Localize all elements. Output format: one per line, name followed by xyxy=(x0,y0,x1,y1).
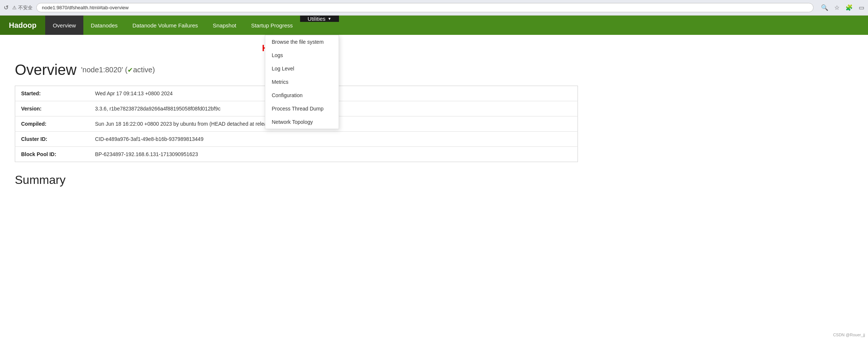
sidebar-icon[interactable]: ▭ xyxy=(859,4,864,11)
nav-item-overview[interactable]: Overview xyxy=(45,16,83,35)
status-text: active xyxy=(133,66,152,74)
search-icon[interactable]: 🔍 xyxy=(821,4,828,11)
label-version: Version: xyxy=(15,101,89,116)
table-row-block-pool-id: Block Pool ID: BP-6234897-192.168.6.131-… xyxy=(15,147,578,162)
warning-icon: ⚠ xyxy=(12,5,17,10)
bookmark-icon[interactable]: ☆ xyxy=(834,4,839,11)
dropdown-metrics[interactable]: Metrics xyxy=(265,75,339,89)
dropdown-network-topology[interactable]: Network Topology xyxy=(265,115,339,129)
utilities-dropdown-menu: Browse the file system Logs Log Level Me… xyxy=(265,35,339,129)
summary-heading: Summary xyxy=(15,173,578,187)
reload-button[interactable]: ↺ xyxy=(4,4,9,11)
browser-toolbar-icons: 🔍 ☆ 🧩 ▭ xyxy=(821,4,864,11)
dropdown-log-level[interactable]: Log Level xyxy=(265,62,339,75)
node-info: 'node1:8020' (✔active) xyxy=(81,66,155,74)
dropdown-configuration[interactable]: Configuration xyxy=(265,89,339,102)
utilities-label: Utilities xyxy=(307,16,325,22)
dropdown-browse-filesystem[interactable]: Browse the file system xyxy=(265,35,339,49)
nav-item-datanode-volume-failures[interactable]: Datanode Volume Failures xyxy=(125,16,206,35)
node-address: 'node1:8020' xyxy=(81,66,123,74)
security-warning: ⚠ 不安全 xyxy=(12,4,33,11)
nav-item-datanodes[interactable]: Datanodes xyxy=(83,16,125,35)
checkmark-icon: ✔ xyxy=(127,66,133,74)
navbar: Hadoop Overview Datanodes Datanode Volum… xyxy=(0,16,868,35)
nav-item-startup-progress[interactable]: Startup Progress xyxy=(244,16,300,35)
browser-chrome: ↺ ⚠ 不安全 node1:9870/dfshealth.html#tab-ov… xyxy=(0,0,868,16)
utilities-dropdown-container: Utilities ▼ Browse the file system Logs … xyxy=(300,16,339,35)
caret-icon: ▼ xyxy=(328,17,332,21)
label-started: Started: xyxy=(15,86,89,101)
navbar-brand: Hadoop xyxy=(0,16,45,35)
value-cluster-id: CID-e489a976-3af1-49e8-b16b-937989813449 xyxy=(89,132,578,147)
label-cluster-id: Cluster ID: xyxy=(15,132,89,147)
warning-text: 不安全 xyxy=(18,4,33,11)
nav-item-snapshot[interactable]: Snapshot xyxy=(205,16,243,35)
dropdown-logs[interactable]: Logs xyxy=(265,49,339,62)
overview-label: Overview xyxy=(15,62,77,78)
address-bar[interactable]: node1:9870/dfshealth.html#tab-overview xyxy=(36,3,814,12)
value-block-pool-id: BP-6234897-192.168.6.131-1713090951623 xyxy=(89,147,578,162)
table-row-cluster-id: Cluster ID: CID-e489a976-3af1-49e8-b16b-… xyxy=(15,132,578,147)
utilities-menu[interactable]: Utilities ▼ xyxy=(300,16,339,22)
dropdown-process-thread-dump[interactable]: Process Thread Dump xyxy=(265,102,339,115)
label-compiled: Compiled: xyxy=(15,116,89,132)
label-block-pool-id: Block Pool ID: xyxy=(15,147,89,162)
extension-icon[interactable]: 🧩 xyxy=(845,4,853,11)
url-text: node1:9870/dfshealth.html#tab-overview xyxy=(42,5,129,10)
